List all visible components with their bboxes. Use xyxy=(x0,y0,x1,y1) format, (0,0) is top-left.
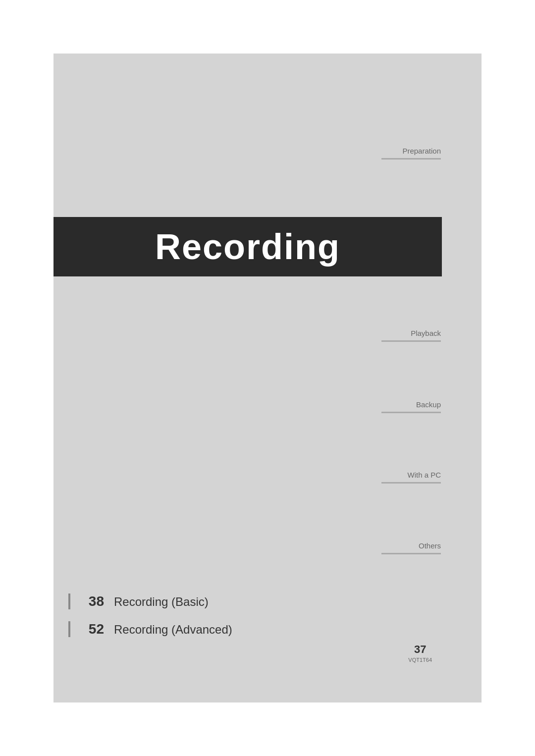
toc-entry-1: 38 Recording (Basic) xyxy=(68,594,316,609)
preparation-section: Preparation xyxy=(342,147,441,160)
backup-underline xyxy=(381,412,441,413)
page-container: Preparation Recording Playback Backup Wi… xyxy=(0,0,535,756)
backup-label: Backup xyxy=(416,400,441,409)
preparation-underline xyxy=(381,158,441,160)
doc-area: Preparation Recording Playback Backup Wi… xyxy=(54,54,482,702)
preparation-label: Preparation xyxy=(402,147,441,155)
withapc-label: With a PC xyxy=(407,471,441,479)
others-label: Others xyxy=(419,541,441,550)
toc-number-2: 52 xyxy=(74,621,104,637)
others-section: Others xyxy=(342,541,441,554)
recording-title: Recording xyxy=(155,226,340,267)
backup-section: Backup xyxy=(342,400,441,413)
toc-text-1: Recording (Basic) xyxy=(114,595,209,609)
playback-section: Playback xyxy=(342,329,441,342)
withapc-section: With a PC xyxy=(342,471,441,484)
playback-label: Playback xyxy=(411,329,441,337)
page-number: 37 xyxy=(408,643,432,656)
others-underline xyxy=(381,553,441,554)
toc-entry-2: 52 Recording (Advanced) xyxy=(68,621,316,637)
recording-banner: Recording xyxy=(54,217,442,276)
page-number-area: 37 VQT1T64 xyxy=(408,643,432,663)
page-code: VQT1T64 xyxy=(408,657,432,663)
toc-number-1: 38 xyxy=(74,594,104,609)
playback-underline xyxy=(381,340,441,342)
withapc-underline xyxy=(381,482,441,484)
toc-area: 38 Recording (Basic) 52 Recording (Advan… xyxy=(68,594,316,649)
toc-text-2: Recording (Advanced) xyxy=(114,623,232,637)
